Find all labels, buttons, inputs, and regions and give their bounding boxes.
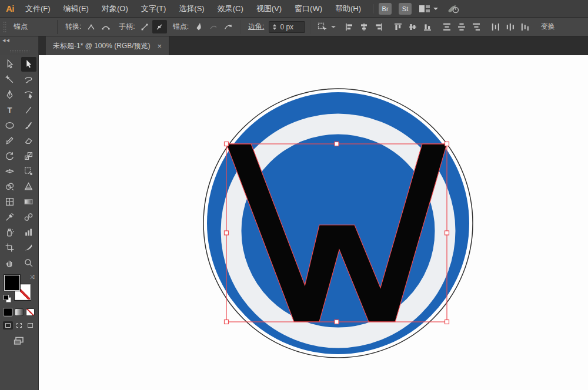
slice-tool[interactable] xyxy=(21,240,36,255)
menu-type[interactable]: 文字(T) xyxy=(135,0,173,17)
symbol-sprayer-tool[interactable] xyxy=(2,225,18,240)
paintbrush-tool[interactable] xyxy=(21,118,36,133)
fill-color-swatch[interactable] xyxy=(4,275,20,291)
selection-handle-bottom-left[interactable] xyxy=(225,320,229,324)
ellipse-tool[interactable] xyxy=(2,118,18,133)
align-horizontal-center-button[interactable] xyxy=(356,20,371,33)
menu-effect[interactable]: 效果(C) xyxy=(211,0,250,17)
document-tab-title: 未标题-1* @ 100% (RGB/预览) xyxy=(53,41,151,51)
align-bottom-button[interactable] xyxy=(420,20,435,33)
selection-handle-top-right[interactable] xyxy=(445,142,449,146)
perspective-grid-tool[interactable] xyxy=(21,179,36,194)
convert-to-smooth-button[interactable] xyxy=(98,20,113,33)
distribute-vertical-center-button[interactable] xyxy=(454,20,469,33)
menu-help[interactable]: 帮助(H) xyxy=(329,0,368,17)
direct-selection-tool[interactable] xyxy=(21,57,36,72)
close-tab-icon[interactable]: × xyxy=(158,42,162,51)
align-top-button[interactable] xyxy=(390,20,405,33)
stepper-up-icon[interactable] xyxy=(273,24,276,26)
type-tool[interactable]: T xyxy=(2,103,18,117)
width-tool[interactable] xyxy=(2,164,18,179)
distribute-right-icon xyxy=(520,22,530,32)
show-handles-button[interactable] xyxy=(138,20,152,33)
document-tab[interactable]: 未标题-1* @ 100% (RGB/预览) × xyxy=(46,36,169,55)
isolate-selection-button[interactable] xyxy=(316,20,337,33)
screen-mode-button[interactable] xyxy=(14,337,25,348)
shaper-tool-icon xyxy=(5,136,15,146)
separator xyxy=(240,20,241,34)
mesh-tool[interactable] xyxy=(2,194,18,209)
scale-tool[interactable] xyxy=(21,149,36,163)
stepper-down-icon[interactable] xyxy=(273,28,276,30)
free-transform-tool[interactable] xyxy=(21,164,36,179)
line-segment-tool[interactable] xyxy=(21,103,36,117)
gradient-button[interactable] xyxy=(15,308,24,316)
align-left-button[interactable] xyxy=(342,20,356,33)
shaper-tool[interactable] xyxy=(2,133,18,148)
align-vertical-center-button[interactable] xyxy=(405,20,420,33)
selection-handle-middle-right[interactable] xyxy=(445,231,449,235)
selection-handle-bottom-right[interactable] xyxy=(445,320,449,324)
panel-drag-grip[interactable] xyxy=(9,49,29,53)
menu-object[interactable]: 对象(O) xyxy=(95,0,135,17)
menu-window[interactable]: 窗口(W) xyxy=(288,0,329,17)
color-button[interactable] xyxy=(4,308,12,316)
controlbar-grip[interactable] xyxy=(3,21,6,33)
corner-link[interactable]: 边角: xyxy=(248,22,264,32)
distribute-left-button[interactable] xyxy=(488,20,503,33)
menu-select[interactable]: 选择(S) xyxy=(172,0,211,17)
connect-anchor-button[interactable] xyxy=(206,20,220,33)
control-bar: 锚点 转换: 手柄: 锚点: xyxy=(0,18,588,36)
hand-tool[interactable] xyxy=(2,255,18,270)
remove-anchor-button[interactable] xyxy=(191,20,206,33)
swap-fill-stroke-icon[interactable]: ⤨ xyxy=(30,274,35,281)
default-fill-stroke-icon[interactable] xyxy=(4,295,11,302)
curvature-tool[interactable] xyxy=(21,88,36,102)
workspace-layout-icon xyxy=(419,4,430,14)
eyedropper-tool[interactable] xyxy=(2,210,18,224)
selection-handle-bottom-center[interactable] xyxy=(335,320,339,324)
menu-file[interactable]: 文件(F) xyxy=(19,0,57,17)
toolbar-panel-header: ◀◀ xyxy=(0,36,39,55)
distribute-right-button[interactable] xyxy=(517,20,532,33)
corner-stepper[interactable] xyxy=(273,24,276,30)
distribute-top-button[interactable] xyxy=(439,20,454,33)
blend-tool[interactable] xyxy=(21,210,36,224)
menu-edit[interactable]: 编辑(E) xyxy=(57,0,95,17)
pen-tool[interactable] xyxy=(2,88,18,102)
cut-path-button[interactable] xyxy=(220,20,235,33)
selection-handle-top-left[interactable] xyxy=(225,142,229,146)
direct-selection-tool-icon xyxy=(24,59,34,69)
corner-radius-field[interactable]: 0 px xyxy=(269,21,305,33)
menu-view[interactable]: 视图(V) xyxy=(250,0,288,17)
draw-behind-button[interactable] xyxy=(14,321,24,330)
artboard-tool[interactable] xyxy=(2,240,18,255)
transform-link[interactable]: 变换 xyxy=(540,22,554,32)
stock-button[interactable]: St xyxy=(399,3,412,15)
eraser-tool[interactable] xyxy=(21,133,36,148)
bridge-button[interactable]: Br xyxy=(379,3,392,15)
gradient-tool[interactable] xyxy=(21,194,36,209)
shape-builder-tool[interactable] xyxy=(2,179,18,194)
zoom-tool[interactable] xyxy=(21,255,36,270)
selection-handle-middle-left[interactable] xyxy=(225,231,229,235)
draw-inside-button[interactable] xyxy=(25,321,35,330)
align-right-button[interactable] xyxy=(371,20,386,33)
lasso-tool[interactable] xyxy=(21,72,36,87)
magic-wand-tool[interactable] xyxy=(2,72,18,87)
rotate-tool[interactable] xyxy=(2,149,18,163)
gpu-performance-button[interactable] xyxy=(446,4,460,14)
distribute-horizontal-center-button[interactable] xyxy=(503,20,517,33)
none-button[interactable] xyxy=(26,308,35,316)
draw-normal-button[interactable] xyxy=(3,321,13,330)
selection-tool[interactable] xyxy=(2,57,18,72)
selection-handle-top-center[interactable] xyxy=(335,142,339,146)
curvature-tool-icon xyxy=(24,90,34,100)
collapse-panel-button[interactable]: ◀◀ xyxy=(2,38,38,43)
distribute-bottom-button[interactable] xyxy=(469,20,483,33)
convert-to-corner-button[interactable] xyxy=(83,20,98,33)
hide-handles-button[interactable] xyxy=(152,20,167,33)
column-graph-tool[interactable] xyxy=(21,225,36,240)
workspace-switcher-button[interactable] xyxy=(419,4,438,14)
canvas-area[interactable] xyxy=(39,55,588,390)
